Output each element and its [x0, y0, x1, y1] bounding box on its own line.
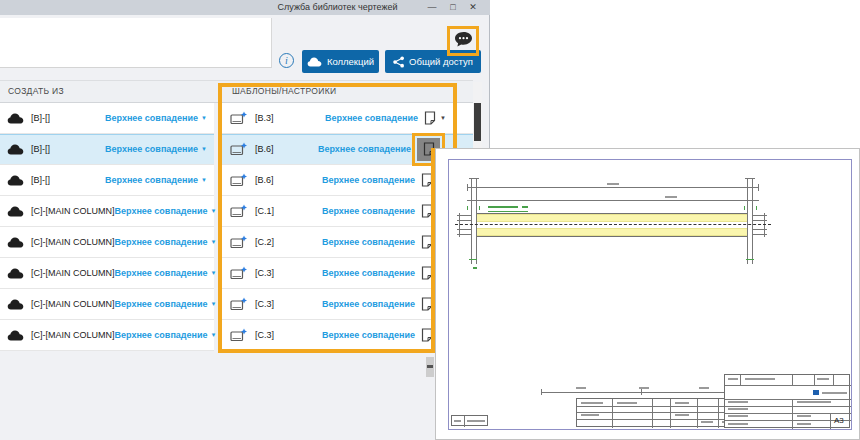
cloud-icon — [7, 206, 24, 217]
new-drawing-icon — [230, 266, 248, 280]
page-icon[interactable] — [421, 235, 433, 249]
page-icon[interactable] — [424, 111, 436, 125]
caret-down-icon: ▼ — [201, 115, 207, 121]
caret-down-icon: ▼ — [211, 239, 217, 245]
source-name: [B]-[] — [31, 144, 50, 154]
scrollbar-thumb[interactable] — [474, 103, 481, 141]
window-title: Служба библиотек чертежей — [250, 0, 425, 15]
create-from-list: [B]-[]Верхнее совпадение▼[B]-[]Верхнее с… — [0, 103, 214, 351]
create-from-header: СОЗДАТЬ ИЗ — [8, 81, 64, 102]
minimize-button[interactable]: — — [424, 0, 440, 15]
source-row[interactable]: [C]-[MAIN COLUMN]Верхнее совпадение▼ — [0, 227, 214, 258]
chat-icon[interactable] — [454, 31, 473, 52]
page-icon[interactable] — [421, 204, 433, 218]
cloud-icon — [7, 175, 24, 186]
caret-down-icon: ▼ — [201, 146, 207, 152]
revision-table — [451, 415, 488, 426]
page-icon[interactable] — [421, 266, 433, 280]
column-headers: СОЗДАТЬ ИЗ ШАБЛОНЫ/НАСТРОЙКИ — [0, 80, 473, 103]
caret-down-icon: ▼ — [211, 332, 217, 338]
source-name: [B]-[] — [31, 113, 50, 123]
new-drawing-icon — [230, 204, 248, 218]
drawing-sheet: A3 — [448, 159, 852, 430]
template-name: [B.6] — [255, 175, 274, 185]
cloud-icon — [7, 237, 24, 248]
match-link[interactable]: Верхнее совпадение — [322, 330, 415, 340]
new-drawing-icon — [230, 142, 248, 156]
source-row[interactable]: [C]-[MAIN COLUMN]Верхнее совпадение▼ — [0, 289, 214, 320]
template-name: [C.2] — [255, 237, 274, 247]
match-dropdown[interactable]: Верхнее совпадение▼ — [105, 175, 207, 185]
template-row[interactable]: [B.3]Верхнее совпадение▼ — [222, 103, 473, 134]
template-name: [C.1] — [255, 206, 274, 216]
page-icon[interactable] — [421, 297, 433, 311]
source-row[interactable]: [B]-[]Верхнее совпадение▼ — [0, 165, 214, 196]
splitter-handle[interactable] — [426, 357, 434, 377]
share-label: Общий доступ — [409, 56, 473, 67]
match-link[interactable]: Верхнее совпадение — [318, 144, 411, 154]
templates-header: ШАБЛОНЫ/НАСТРОЙКИ — [232, 81, 336, 102]
info-icon[interactable]: i — [279, 53, 294, 68]
new-drawing-icon — [230, 173, 248, 187]
match-dropdown[interactable]: Верхнее совпадение▼ — [115, 299, 217, 309]
caret-down-icon: ▼ — [211, 270, 217, 276]
source-row[interactable]: [C]-[MAIN COLUMN]Верхнее совпадение▼ — [0, 196, 214, 227]
new-drawing-icon — [230, 111, 248, 125]
match-link[interactable]: Верхнее совпадение — [322, 206, 415, 216]
match-dropdown[interactable]: Верхнее совпадение▼ — [115, 268, 217, 278]
cloud-icon — [7, 113, 24, 124]
new-drawing-icon — [230, 235, 248, 249]
match-link[interactable]: Верхнее совпадение — [322, 299, 415, 309]
filter-area[interactable] — [0, 18, 272, 68]
source-name: [C]-[MAIN COLUMN] — [31, 237, 115, 247]
titlebar[interactable]: Служба библиотек чертежей — □ ✕ — [0, 0, 490, 15]
source-name: [C]-[MAIN COLUMN] — [31, 206, 115, 216]
new-drawing-icon — [230, 328, 248, 342]
chat-highlight-box — [447, 26, 479, 56]
cloud-icon — [307, 57, 322, 67]
match-dropdown[interactable]: Верхнее совпадение▼ — [115, 206, 217, 216]
page-icon[interactable] — [421, 328, 433, 342]
source-name: [C]-[MAIN COLUMN] — [31, 299, 115, 309]
match-dropdown[interactable]: Верхнее совпадение▼ — [115, 330, 217, 340]
source-name: [B]-[] — [31, 175, 50, 185]
source-name: [C]-[MAIN COLUMN] — [31, 268, 115, 278]
source-row[interactable]: [B]-[]Верхнее совпадение▼ — [0, 134, 214, 165]
company-logo — [813, 390, 819, 395]
close-button[interactable]: ✕ — [465, 0, 481, 15]
title-block: A3 — [724, 374, 850, 428]
match-link[interactable]: Верхнее совпадение — [325, 113, 418, 123]
screen: Служба библиотек чертежей — □ ✕ i Коллек… — [0, 0, 860, 440]
new-drawing-icon — [230, 297, 248, 311]
template-name: [B.3] — [255, 113, 274, 123]
source-row[interactable]: [C]-[MAIN COLUMN]Верхнее совпадение▼ — [0, 320, 214, 351]
match-dropdown[interactable]: Верхнее совпадение▼ — [105, 144, 207, 154]
cloud-icon — [7, 268, 24, 279]
cloud-icon — [7, 144, 24, 155]
paper-size-label: A3 — [834, 416, 844, 425]
match-link[interactable]: Верхнее совпадение — [322, 268, 415, 278]
share-icon — [393, 56, 404, 68]
page-icon[interactable] — [421, 173, 433, 187]
match-dropdown[interactable]: Верхнее совпадение▼ — [105, 113, 207, 123]
match-link[interactable]: Верхнее совпадение — [322, 237, 415, 247]
cloud-icon — [7, 299, 24, 310]
caret-down-icon: ▼ — [211, 301, 217, 307]
caret-down-icon: ▼ — [201, 177, 207, 183]
caret-down-icon: ▼ — [211, 208, 217, 214]
source-row[interactable]: [C]-[MAIN COLUMN]Верхнее совпадение▼ — [0, 258, 214, 289]
source-name: [C]-[MAIN COLUMN] — [31, 330, 115, 340]
collections-label: Коллекций — [327, 56, 374, 67]
match-link[interactable]: Верхнее совпадение — [322, 175, 415, 185]
template-name: [C.3] — [255, 268, 274, 278]
template-name: [B.6] — [255, 144, 274, 154]
source-row[interactable]: [B]-[]Верхнее совпадение▼ — [0, 103, 214, 134]
template-name: [C.3] — [255, 299, 274, 309]
collections-button[interactable]: Коллекций — [302, 50, 379, 73]
match-dropdown[interactable]: Верхнее совпадение▼ — [115, 237, 217, 247]
maximize-button[interactable]: □ — [445, 0, 461, 15]
drawing-library-dialog: Служба библиотек чертежей — □ ✕ i Коллек… — [0, 0, 490, 440]
caret-down-icon[interactable]: ▼ — [440, 115, 446, 121]
template-name: [C.3] — [255, 330, 274, 340]
cloud-icon — [7, 330, 24, 341]
